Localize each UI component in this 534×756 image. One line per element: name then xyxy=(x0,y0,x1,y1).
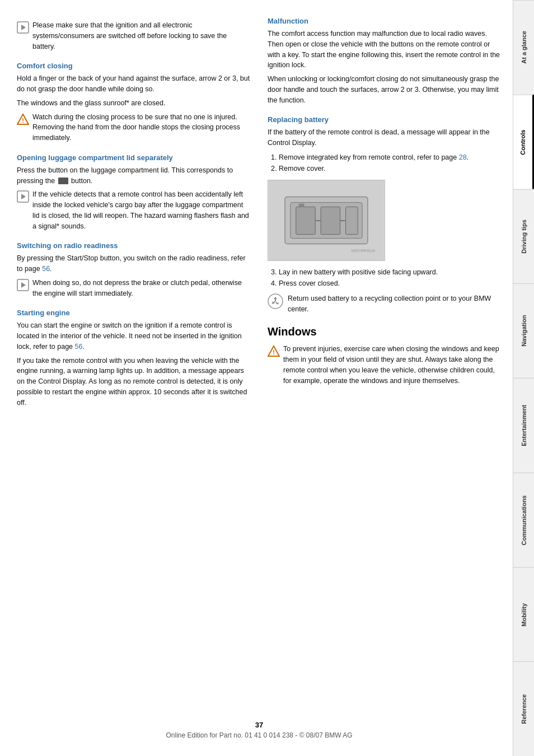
battery-steps-list-2: Lay in new battery with positive side fa… xyxy=(268,267,502,289)
footer-text: Online Edition for Part no. 01 41 0 014 … xyxy=(17,731,502,739)
sidebar: At a glance Controls Driving tips Naviga… xyxy=(513,0,534,756)
right-column: Malfunction The comfort access function … xyxy=(268,17,502,704)
left-column: Please make sure that the ignition and a… xyxy=(17,17,251,704)
recycle-notice-text: Return used battery to a recycling colle… xyxy=(288,293,502,315)
sidebar-tab-driving-tips[interactable]: Driving tips xyxy=(513,189,534,284)
luggage-notice-text: If the vehicle detects that a remote con… xyxy=(32,189,251,231)
engine-link[interactable]: 56 xyxy=(75,343,83,351)
radio-notice: When doing so, do not depress the brake … xyxy=(17,278,251,299)
svg-text:!: ! xyxy=(273,349,275,356)
windows-section: Windows ! To prevent injuries, exercise … xyxy=(268,325,502,386)
radio-notice-text: When doing so, do not depress the brake … xyxy=(32,278,251,299)
replacing-battery-intro: If the battery of the remote control is … xyxy=(268,127,502,148)
sidebar-tab-navigation[interactable]: Navigation xyxy=(513,283,534,378)
starting-engine-para2: If you take the remote control with you … xyxy=(17,356,251,408)
battery-step-2: Remove cover. xyxy=(279,163,502,174)
battery-steps-list: Remove integrated key from remote contro… xyxy=(268,152,502,174)
two-columns: Please make sure that the ignition and a… xyxy=(17,17,502,704)
windows-warning-text: To prevent injuries, exercise care when … xyxy=(283,344,502,386)
svg-rect-14 xyxy=(299,203,305,207)
malfunction-para2: When unlocking or locking/comfort closin… xyxy=(268,74,502,105)
opening-luggage-title: Opening luggage compartment lid separate… xyxy=(17,153,251,162)
battery-image: W6C8R6UA xyxy=(268,180,385,261)
ignition-notice: Please make sure that the ignition and a… xyxy=(17,20,251,52)
starting-engine-title: Starting engine xyxy=(17,309,251,317)
play-icon-3 xyxy=(17,279,29,291)
recycle-svg xyxy=(268,293,283,309)
windows-warning-icon: ! xyxy=(268,345,280,357)
footer: 37 Online Edition for Part no. 01 41 0 0… xyxy=(17,715,502,739)
comfort-closing-para1: Hold a finger or the back of your hand a… xyxy=(17,73,251,95)
svg-marker-7 xyxy=(21,282,26,288)
svg-marker-5 xyxy=(21,194,26,199)
sidebar-tab-controls[interactable]: Controls xyxy=(513,95,534,189)
malfunction-para1: The comfort access function may malfunct… xyxy=(268,29,502,71)
windows-warning: ! To prevent injuries, exercise care whe… xyxy=(268,344,502,386)
main-content: Please make sure that the ignition and a… xyxy=(0,0,513,756)
play-icon xyxy=(17,21,29,34)
luggage-button-icon xyxy=(58,178,68,184)
page-wrapper: Please make sure that the ignition and a… xyxy=(0,0,534,756)
recycle-notice: Return used battery to a recycling colle… xyxy=(268,293,502,315)
svg-text:!: ! xyxy=(22,117,24,124)
sidebar-tab-communications[interactable]: Communications xyxy=(513,473,534,567)
sidebar-tab-entertainment[interactable]: Entertainment xyxy=(513,378,534,473)
replacing-battery-title: Replacing battery xyxy=(268,115,502,124)
battery-svg: W6C8R6UA xyxy=(268,180,385,260)
battery-step-1: Remove integrated key from remote contro… xyxy=(279,152,502,163)
switching-radio-title: Switching on radio readiness xyxy=(17,241,251,250)
radio-link[interactable]: 56 xyxy=(42,265,50,273)
comfort-closing-warning: ! Watch during the closing process to be… xyxy=(17,112,251,143)
svg-rect-13 xyxy=(346,207,358,234)
recycle-icon xyxy=(268,293,283,311)
svg-rect-12 xyxy=(321,207,340,234)
malfunction-title: Malfunction xyxy=(268,17,502,25)
comfort-closing-title: Comfort closing xyxy=(17,62,251,70)
luggage-notice: If the vehicle detects that a remote con… xyxy=(17,189,251,231)
sidebar-tab-mobility[interactable]: Mobility xyxy=(513,567,534,662)
step1-link[interactable]: 28 xyxy=(459,153,467,161)
sidebar-tab-at-a-glance[interactable]: At a glance xyxy=(513,0,534,95)
sidebar-tab-reference[interactable]: Reference xyxy=(513,661,534,756)
starting-engine-para1: You can start the engine or switch on th… xyxy=(17,320,251,352)
warning-triangle-icon: ! xyxy=(17,113,29,125)
opening-luggage-para1: Press the button on the luggage compartm… xyxy=(17,165,251,186)
svg-text:W6C8R6UA: W6C8R6UA xyxy=(351,248,376,253)
switching-radio-para1: By pressing the Start/Stop button, you s… xyxy=(17,253,251,274)
play-icon-2 xyxy=(17,190,29,203)
comfort-closing-warning-text: Watch during the closing process to be s… xyxy=(32,112,251,143)
svg-rect-11 xyxy=(296,207,316,234)
battery-step-4: Press cover closed. xyxy=(279,278,502,289)
svg-marker-1 xyxy=(21,25,26,30)
page-number: 37 xyxy=(17,721,502,729)
windows-title: Windows xyxy=(268,325,502,338)
comfort-closing-para2: The windows and the glass sunroof* are c… xyxy=(17,98,251,109)
battery-step-3: Lay in new battery with positive side fa… xyxy=(279,267,502,278)
ignition-notice-text: Please make sure that the ignition and a… xyxy=(32,20,251,52)
